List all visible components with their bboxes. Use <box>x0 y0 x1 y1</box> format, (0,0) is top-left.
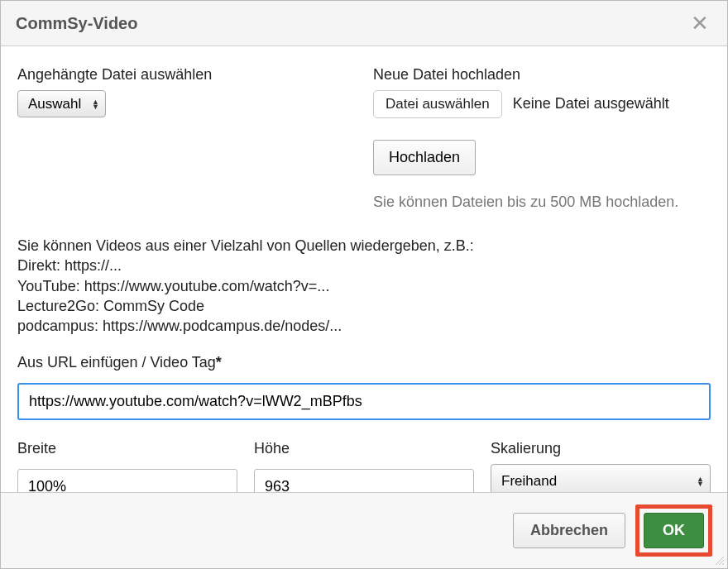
sources-podcampus: podcampus: https://www.podcampus.de/node… <box>17 316 711 336</box>
attach-select[interactable]: Auswahl <box>17 90 106 117</box>
sources-lecture2go: Lecture2Go: CommSy Code <box>17 296 711 316</box>
attach-label: Angehängte Datei auswählen <box>17 66 348 84</box>
url-label: Aus URL einfügen / Video Tag <box>17 354 216 371</box>
scale-select-wrap: Freihand ▲▼ <box>491 464 711 492</box>
svg-line-1 <box>719 560 724 565</box>
sources-direct: Direkt: https://... <box>17 256 711 275</box>
required-marker: * <box>216 354 222 371</box>
attach-select-wrap: Auswahl ▲▼ <box>17 90 106 117</box>
dialog-footer: Abbrechen OK <box>1 492 727 568</box>
dialog-header: CommSy-Video ✕ <box>1 1 727 46</box>
sources-block: Sie können Videos aus einer Vielzahl von… <box>17 236 711 336</box>
file-status-text: Keine Datei ausgewählt <box>513 95 669 112</box>
width-section: Breite <box>17 440 237 492</box>
scale-label: Skalierung <box>491 440 711 457</box>
close-icon: ✕ <box>691 11 709 36</box>
width-label: Breite <box>17 440 237 457</box>
height-input[interactable] <box>254 469 474 492</box>
url-section: Aus URL einfügen / Video Tag* <box>17 354 711 440</box>
resize-grip-icon <box>713 554 725 566</box>
dialog: CommSy-Video ✕ Angehängte Datei auswähle… <box>0 0 728 569</box>
svg-line-0 <box>716 557 724 565</box>
scale-section: Skalierung Freihand ▲▼ <box>491 440 711 492</box>
upload-hint: Sie können Dateien bis zu 500 MB hochlad… <box>373 194 711 211</box>
dialog-body: Angehängte Datei auswählen Auswahl ▲▼ Ne… <box>1 46 727 492</box>
sources-intro: Sie können Videos aus einer Vielzahl von… <box>17 236 711 256</box>
height-section: Höhe <box>254 440 474 492</box>
sources-youtube: YouTube: https://www.youtube.com/watch?v… <box>17 276 711 296</box>
height-label: Höhe <box>254 440 474 457</box>
choose-file-button[interactable]: Datei auswählen <box>373 90 502 118</box>
width-input[interactable] <box>17 469 237 492</box>
close-button[interactable]: ✕ <box>687 12 712 34</box>
url-input[interactable] <box>17 383 711 420</box>
ok-button[interactable]: OK <box>644 513 704 548</box>
attach-section: Angehängte Datei auswählen Auswahl ▲▼ <box>17 66 348 211</box>
url-label-row: Aus URL einfügen / Video Tag* <box>17 354 711 371</box>
top-row: Angehängte Datei auswählen Auswahl ▲▼ Ne… <box>17 66 711 211</box>
upload-section: Neue Datei hochladen Datei auswählen Kei… <box>373 66 711 211</box>
dimensions-row: Breite Höhe Skalierung Freihand ▲▼ <box>17 440 711 492</box>
upload-button[interactable]: Hochladen <box>373 140 476 175</box>
svg-line-2 <box>722 563 724 565</box>
dialog-title: CommSy-Video <box>16 14 137 33</box>
upload-label: Neue Datei hochladen <box>373 66 711 84</box>
ok-highlight: OK <box>635 504 712 557</box>
scale-select[interactable]: Freihand <box>491 464 711 492</box>
cancel-button[interactable]: Abbrechen <box>513 513 625 548</box>
